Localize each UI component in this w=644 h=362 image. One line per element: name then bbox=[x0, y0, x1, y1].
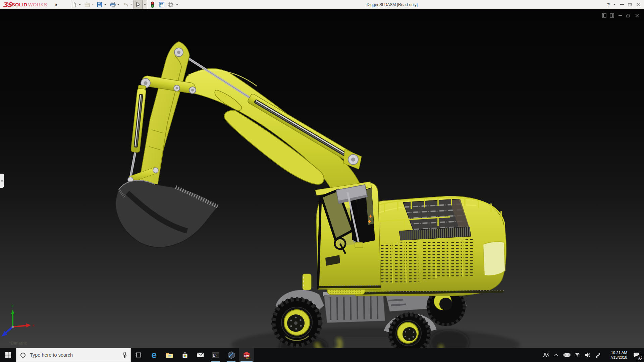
settings-button[interactable] bbox=[167, 0, 175, 9]
bucket bbox=[116, 180, 218, 247]
origin-triad: Y X Z bbox=[0, 304, 35, 340]
rebuild-button[interactable] bbox=[149, 0, 156, 9]
microphone-icon[interactable] bbox=[122, 352, 127, 358]
battery-icon[interactable] bbox=[561, 348, 572, 362]
open-button bbox=[83, 0, 91, 9]
help-dropdown[interactable] bbox=[612, 0, 616, 9]
action-center-button[interactable]: 2 bbox=[629, 348, 644, 362]
save-icon bbox=[97, 2, 103, 8]
solidworks-2017-icon: SW 2017 bbox=[242, 351, 251, 359]
save-dropdown[interactable] bbox=[103, 0, 107, 9]
minimize-icon bbox=[620, 4, 624, 5]
settings-gear-icon bbox=[167, 1, 174, 8]
print-dropdown[interactable] bbox=[116, 0, 120, 9]
front-left-wheel bbox=[272, 298, 322, 347]
taskbar-clock[interactable]: 10:21 AM 7/13/2018 bbox=[603, 348, 629, 362]
select-tool-button[interactable] bbox=[133, 0, 143, 9]
options-list-button[interactable] bbox=[158, 0, 166, 9]
command-prompt-icon: C:\ bbox=[212, 352, 219, 358]
svg-text:X: X bbox=[32, 323, 35, 327]
clock-time: 10:21 AM bbox=[611, 350, 627, 355]
taskbar-app-command-prompt[interactable]: C:\ bbox=[208, 348, 223, 362]
digger-3d-model: Y X Z bbox=[0, 9, 644, 348]
bucket-cylinder bbox=[131, 85, 147, 153]
cortana-icon bbox=[20, 353, 25, 358]
file-explorer-icon bbox=[166, 352, 173, 358]
undo-icon bbox=[122, 2, 129, 8]
task-view-button[interactable] bbox=[131, 348, 146, 362]
new-document-dropdown[interactable] bbox=[78, 0, 82, 9]
open-dropdown bbox=[91, 0, 95, 9]
viewport-minimize-icon[interactable] bbox=[617, 12, 623, 18]
volume-icon[interactable] bbox=[582, 348, 593, 362]
store-icon bbox=[182, 352, 188, 358]
taskbar-app-solidworks-composer[interactable] bbox=[223, 348, 239, 362]
taskbar-search[interactable] bbox=[16, 348, 131, 362]
feature-panel-collapse-tab[interactable] bbox=[0, 174, 4, 188]
logo-mark: ƷS bbox=[3, 1, 12, 8]
people-icon[interactable] bbox=[541, 348, 551, 362]
taskbar-app-file-explorer[interactable] bbox=[162, 348, 177, 362]
solidworks-logo: ƷS SOLID WORKS bbox=[3, 0, 53, 9]
logo-works: WORKS bbox=[28, 2, 47, 7]
cab bbox=[303, 182, 381, 290]
svg-text:Z: Z bbox=[0, 336, 0, 340]
pane-right-icon[interactable] bbox=[609, 12, 615, 18]
restore-button[interactable] bbox=[626, 0, 634, 9]
window-title: Digger.SLDASM [Read-only] bbox=[367, 0, 418, 9]
minimize-button[interactable] bbox=[618, 0, 626, 9]
solidworks-composer-icon bbox=[227, 351, 235, 359]
settings-dropdown[interactable] bbox=[175, 0, 179, 9]
pane-left-icon[interactable] bbox=[601, 12, 607, 18]
print-button[interactable] bbox=[109, 0, 117, 9]
taskbar-app-edge[interactable]: e bbox=[146, 348, 162, 362]
wifi-icon[interactable] bbox=[572, 348, 582, 362]
notification-badge: 2 bbox=[637, 355, 642, 360]
clock-date: 7/13/2018 bbox=[610, 355, 627, 360]
print-icon bbox=[110, 2, 116, 8]
toolbar-flyout-arrow-icon[interactable]: ▶ bbox=[54, 0, 60, 9]
restore-icon bbox=[628, 3, 632, 6]
new-document-icon bbox=[71, 2, 77, 8]
svg-text:SW: SW bbox=[244, 354, 249, 358]
taskbar-app-mail[interactable] bbox=[193, 348, 208, 362]
undo-dropdown bbox=[129, 0, 133, 9]
taskbar-app-store[interactable] bbox=[177, 348, 193, 362]
taskbar-app-solidworks-2017[interactable]: SW 2017 bbox=[239, 348, 254, 362]
edge-icon: e bbox=[151, 351, 157, 359]
undo-button bbox=[121, 0, 129, 9]
viewport-close-icon[interactable] bbox=[634, 12, 640, 18]
task-view-icon bbox=[135, 352, 142, 358]
viewport-restore-icon[interactable] bbox=[625, 12, 631, 18]
windows-ink-pen-icon[interactable] bbox=[593, 348, 603, 362]
rebuild-stoplight-icon bbox=[150, 1, 155, 8]
titlebar: ƷS SOLID WORKS ▶ bbox=[0, 0, 644, 9]
graphics-viewport[interactable]: Y X Z *Dimetric bbox=[0, 9, 644, 348]
new-document-button[interactable] bbox=[70, 0, 78, 9]
close-icon bbox=[637, 3, 641, 6]
logo-solid: SOLID bbox=[12, 2, 27, 7]
open-folder-icon bbox=[84, 2, 91, 8]
select-tool-dropdown[interactable] bbox=[143, 0, 147, 9]
dipper-arm bbox=[140, 42, 190, 185]
mail-icon bbox=[197, 352, 204, 358]
windows-logo-icon bbox=[5, 352, 11, 358]
taskbar-spacer bbox=[254, 348, 541, 362]
save-button[interactable] bbox=[96, 0, 104, 9]
svg-text:Y: Y bbox=[11, 304, 14, 308]
svg-text:2017: 2017 bbox=[246, 358, 251, 360]
windows-taskbar: e C:\ bbox=[0, 348, 644, 362]
view-orientation-label: *Dimetric bbox=[9, 341, 27, 346]
tray-chevron-up-icon[interactable] bbox=[551, 348, 561, 362]
close-button[interactable] bbox=[635, 0, 643, 9]
start-button[interactable] bbox=[0, 348, 16, 362]
svg-text:C:\: C:\ bbox=[213, 354, 217, 356]
help-button[interactable]: ? bbox=[605, 0, 612, 9]
search-input[interactable] bbox=[29, 352, 122, 358]
options-list-icon bbox=[159, 2, 165, 8]
select-cursor-icon bbox=[135, 2, 141, 8]
